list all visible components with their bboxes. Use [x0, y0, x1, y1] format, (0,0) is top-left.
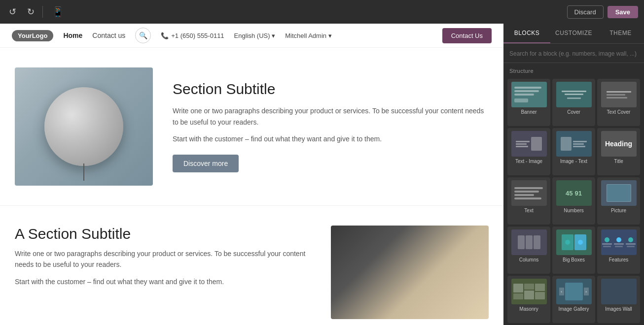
section2-subtitle: A Section Subtitle: [15, 226, 311, 242]
tab-customize[interactable]: CUSTOMIZE: [550, 24, 597, 43]
search-button[interactable]: 🔍: [135, 28, 151, 43]
section2-image: [331, 226, 489, 319]
block-images-wall[interactable]: Images Wall: [597, 276, 640, 323]
block-image-gallery-label: Image Gallery: [558, 306, 589, 312]
block-numbers-preview: 45 91: [556, 180, 592, 206]
block-picture[interactable]: Picture: [597, 177, 640, 225]
block-big-boxes[interactable]: Big Boxes: [552, 227, 595, 274]
separator: [42, 6, 43, 18]
block-big-boxes-label: Big Boxes: [563, 257, 585, 263]
block-masonry[interactable]: Masonry: [507, 276, 550, 323]
block-numbers[interactable]: 45 91 Numbers: [552, 177, 595, 225]
nav-link-home[interactable]: Home: [63, 32, 82, 39]
nav-link-contact[interactable]: Contact us: [92, 32, 125, 39]
section-para-2: Start with the customer – find out what …: [173, 133, 489, 144]
top-bar-right: Discard Save: [567, 5, 638, 19]
gallery-prev-arrow: ‹: [559, 288, 564, 295]
block-cover-preview: [556, 82, 592, 107]
logo[interactable]: YourLogo: [12, 30, 53, 41]
save-button[interactable]: Save: [608, 6, 638, 18]
right-panel: BLOCKS CUSTOMIZE THEME Structure: [503, 24, 644, 325]
block-features[interactable]: Features: [597, 227, 640, 274]
block-title[interactable]: Heading Title: [597, 128, 640, 175]
block-title-label: Title: [614, 159, 623, 164]
block-images-wall-preview: [601, 279, 637, 304]
block-banner[interactable]: Banner: [507, 79, 550, 126]
section-para-1: Write one or two paragraphs describing y…: [173, 105, 489, 128]
main-layout: YourLogo Home Contact us 🔍 📞 +1 (650) 55…: [0, 24, 644, 325]
product-image: [15, 67, 153, 186]
language-selector[interactable]: English (US) ▾: [234, 32, 276, 39]
section-text-image: A Section Subtitle Write one or two para…: [0, 205, 503, 325]
block-title-preview: Heading: [601, 131, 637, 157]
section-image-text: Section Subtitle Write one or two paragr…: [0, 48, 503, 205]
block-text-cover[interactable]: Text Cover: [597, 79, 640, 126]
block-columns[interactable]: Columns: [507, 227, 550, 274]
redo-icon[interactable]: ↻: [24, 4, 37, 19]
block-masonry-preview: [511, 279, 547, 304]
block-text-image-label: Text - Image: [515, 159, 542, 164]
gallery-next-arrow: ›: [584, 288, 589, 295]
block-banner-preview: [511, 82, 547, 107]
block-text-label: Text: [524, 208, 533, 214]
block-features-label: Features: [609, 257, 628, 263]
blocks-grid: Banner Cover: [503, 77, 644, 325]
block-columns-preview: [511, 229, 547, 255]
block-features-preview: [601, 229, 637, 255]
section-text-content: Section Subtitle Write one or two paragr…: [173, 81, 489, 172]
block-big-boxes-preview: [556, 229, 592, 255]
top-bar: ↺ ↻ 📱 Discard Save: [0, 0, 644, 24]
block-masonry-label: Masonry: [519, 306, 538, 312]
block-image-gallery[interactable]: ‹ › Image Gallery: [552, 276, 595, 323]
mobile-device-icon[interactable]: 📱: [48, 4, 68, 20]
block-search-input[interactable]: [509, 50, 638, 57]
block-image-gallery-preview: ‹ ›: [556, 279, 592, 304]
block-cover-label: Cover: [567, 109, 580, 115]
block-picture-preview: [601, 180, 637, 206]
tab-blocks[interactable]: BLOCKS: [503, 24, 550, 43]
block-text-preview: [511, 180, 547, 206]
contact-us-button[interactable]: Contact Us: [442, 28, 492, 43]
phone-icon: 📞: [161, 32, 169, 39]
panel-tabs: BLOCKS CUSTOMIZE THEME: [503, 24, 644, 44]
structure-label: Structure: [503, 63, 644, 77]
user-menu[interactable]: Mitchell Admin ▾: [285, 32, 331, 39]
block-columns-label: Columns: [519, 257, 538, 263]
block-banner-label: Banner: [521, 109, 537, 115]
block-image-text-preview: [556, 131, 592, 157]
block-images-wall-label: Images Wall: [605, 306, 632, 312]
block-text-cover-preview: [601, 82, 637, 107]
section2-para-2: Start with the customer – find out what …: [15, 276, 311, 287]
block-text[interactable]: Text: [507, 177, 550, 225]
site-navigation: YourLogo Home Contact us 🔍 📞 +1 (650) 55…: [0, 24, 503, 48]
section-subtitle: Section Subtitle: [173, 81, 489, 98]
block-text-cover-label: Text Cover: [607, 109, 631, 115]
block-text-image[interactable]: Text - Image: [507, 128, 550, 175]
block-cover[interactable]: Cover: [552, 79, 595, 126]
block-text-image-preview: [511, 131, 547, 157]
discard-button[interactable]: Discard: [567, 5, 604, 19]
section2-para-1: Write one or two paragraphs describing y…: [15, 248, 311, 270]
block-picture-label: Picture: [611, 208, 626, 214]
phone-number: 📞 +1 (650) 555-0111: [161, 32, 224, 39]
preview-area: YourLogo Home Contact us 🔍 📞 +1 (650) 55…: [0, 24, 503, 325]
block-search: [503, 44, 644, 63]
tab-theme[interactable]: THEME: [597, 24, 644, 43]
block-numbers-label: Numbers: [564, 208, 584, 214]
block-image-text-label: Image - Text: [560, 159, 587, 164]
undo-icon[interactable]: ↺: [6, 4, 19, 19]
top-bar-left: ↺ ↻ 📱: [6, 4, 68, 20]
section2-text-content: A Section Subtitle Write one or two para…: [15, 226, 311, 293]
speaker-product: [44, 87, 123, 166]
discover-more-button[interactable]: Discover more: [173, 155, 239, 172]
block-image-text[interactable]: Image - Text: [552, 128, 595, 175]
